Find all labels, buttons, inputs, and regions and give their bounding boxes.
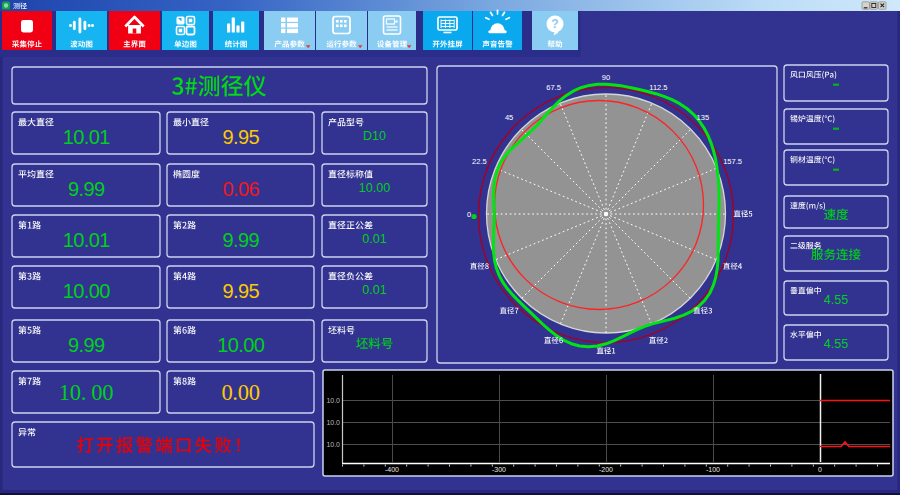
svg-text:-400: -400 bbox=[385, 466, 399, 473]
svg-text:10.0: 10.0 bbox=[326, 419, 340, 426]
svg-text:9.95: 9.95 bbox=[222, 280, 259, 302]
svg-text:10.0: 10.0 bbox=[326, 397, 340, 404]
svg-text:0.06: 0.06 bbox=[222, 178, 259, 200]
svg-text:22.5: 22.5 bbox=[472, 157, 487, 166]
svg-text:10.00: 10.00 bbox=[63, 280, 111, 302]
svg-text:157.5: 157.5 bbox=[723, 157, 742, 166]
svg-text:0.01: 0.01 bbox=[362, 283, 386, 297]
svg-text:90: 90 bbox=[602, 73, 610, 82]
svg-text:-200: -200 bbox=[599, 466, 613, 473]
svg-text:9.99: 9.99 bbox=[68, 178, 105, 200]
svg-text:10.00: 10.00 bbox=[359, 181, 390, 195]
svg-text:?: ? bbox=[551, 17, 558, 31]
svg-text:0.01: 0.01 bbox=[362, 232, 386, 246]
svg-text:112.5: 112.5 bbox=[649, 83, 667, 92]
svg-text:135: 135 bbox=[697, 113, 710, 122]
svg-text:-100: -100 bbox=[706, 466, 720, 473]
svg-text:10.01: 10.01 bbox=[63, 229, 111, 251]
svg-text:10. 00: 10. 00 bbox=[59, 380, 114, 405]
svg-text:D10: D10 bbox=[363, 129, 386, 143]
svg-text:10.0: 10.0 bbox=[326, 441, 340, 448]
svg-text:9.95: 9.95 bbox=[222, 126, 259, 148]
svg-text:4.55: 4.55 bbox=[824, 293, 848, 307]
svg-text:0: 0 bbox=[818, 466, 822, 473]
svg-text:45: 45 bbox=[505, 113, 513, 122]
svg-text:9.99: 9.99 bbox=[222, 229, 259, 251]
svg-text:0: 0 bbox=[467, 210, 471, 219]
svg-text:0.00: 0.00 bbox=[221, 380, 259, 405]
svg-text:9.99: 9.99 bbox=[68, 334, 105, 356]
svg-text:67.5: 67.5 bbox=[546, 83, 561, 92]
svg-text:4.55: 4.55 bbox=[824, 337, 848, 351]
svg-text:10.01: 10.01 bbox=[63, 126, 111, 148]
svg-text:10.00: 10.00 bbox=[217, 334, 265, 356]
svg-text:-300: -300 bbox=[492, 466, 506, 473]
